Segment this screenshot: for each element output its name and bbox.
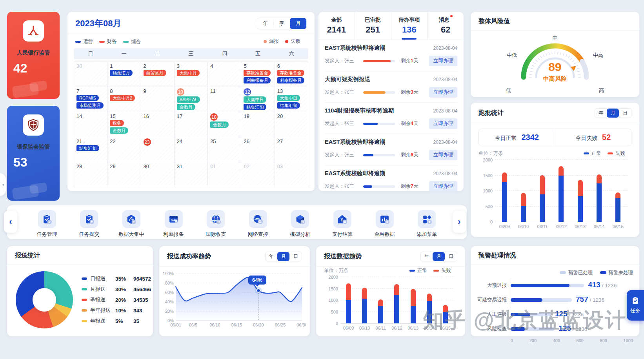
calendar-day-9[interactable]: 9 [141, 87, 174, 112]
calendar-day-20[interactable]: 20 [275, 112, 308, 137]
calendar-day-2[interactable]: 2自贸区月 [141, 62, 174, 87]
bar-06/13[interactable] [411, 289, 416, 323]
calendar-event[interactable]: 存款准备金 [277, 70, 304, 76]
calendar-day-15[interactable]: 15税务金数月 [107, 112, 140, 137]
calendar-day-19[interactable]: 19 [241, 112, 274, 137]
toolbar-item-金融数据[interactable]: ¥金融数据 [367, 210, 402, 238]
calendar-day-14[interactable]: 14 [74, 112, 107, 137]
toggle-option-月[interactable]: 月 [290, 18, 306, 29]
calendar-event[interactable]: SAPE AL [177, 96, 200, 103]
toggle-option-季[interactable]: 季 [273, 18, 290, 29]
calendar-event[interactable]: 自贸区月 [144, 70, 166, 76]
calendar-day-21[interactable]: 21结集汇旬 [74, 137, 107, 162]
floating-task-button[interactable]: 任务 [627, 290, 644, 321]
calendar-event[interactable]: 大集中月2 [110, 95, 135, 101]
bar-06/10[interactable] [521, 193, 526, 222]
toggle-option-日[interactable]: 日 [619, 109, 631, 118]
calendar-event[interactable]: 大集中日 [277, 95, 300, 101]
calendar-event[interactable]: 结集汇旬 [76, 145, 99, 151]
calendar-day-31[interactable]: 31 [175, 162, 207, 187]
toolbar-next-button[interactable]: › [453, 211, 466, 233]
toolbar-item-国际收支[interactable]: 国际收支 [198, 210, 233, 238]
toolbar-item-数据大集中[interactable]: 数据大集中 [114, 210, 149, 238]
bar-06/10[interactable] [362, 288, 367, 323]
calendar-day-03[interactable]: 03 [275, 162, 308, 187]
handle-now-button[interactable]: 立即办理 [429, 87, 457, 98]
calendar-day-24[interactable]: 24 [175, 137, 207, 162]
regulator-card-1[interactable]: 人民银行监管42 [7, 12, 60, 99]
bar-06/14[interactable] [597, 174, 602, 222]
calendar-day-22[interactable]: 22 [107, 137, 140, 162]
calendar-day-8[interactable]: 8大集中月2 [107, 87, 140, 112]
calendar-event[interactable]: 大集中日 [244, 96, 266, 103]
toggle-option-月[interactable]: 月 [277, 252, 289, 261]
calendar-event[interactable]: 金数月 [177, 104, 195, 110]
bar-06/14[interactable] [427, 294, 432, 323]
toolbar-item-模型分析[interactable]: 模型分析 [282, 210, 318, 238]
calendar-day-18[interactable]: 18金数月 [208, 112, 241, 137]
calendar-day-29[interactable]: 29 [107, 162, 140, 187]
calendar-day-12[interactable]: 12大集中日结集汇旬 [241, 87, 274, 112]
handle-now-button[interactable]: 立即办理 [429, 150, 457, 160]
calendar-event[interactable]: 利率报备月 [277, 77, 304, 83]
calendar-day-1[interactable]: 1结集汇月 [107, 62, 140, 87]
handle-now-button[interactable]: 立即办理 [429, 181, 457, 192]
calendar-day-11[interactable]: 11 [208, 87, 241, 112]
calendar-day-7[interactable]: 7RCPMIS市场监测月 [74, 87, 107, 112]
calendar-day-3[interactable]: 3大集中月 [175, 62, 207, 87]
calendar-event[interactable]: 结集汇旬 [277, 102, 300, 109]
bar-06/13[interactable] [578, 180, 583, 222]
bar-06/15[interactable] [615, 192, 620, 222]
calendar-day-17[interactable]: 17 [175, 112, 207, 137]
calendar-event[interactable]: 金数月 [110, 127, 128, 134]
todo-tab-已审批[interactable]: 已审批251 [355, 12, 391, 40]
toggle-option-日[interactable]: 日 [445, 252, 457, 261]
toggle-option-月[interactable]: 月 [607, 109, 619, 118]
bar-06/12[interactable] [558, 166, 564, 222]
bar-06/09[interactable] [346, 283, 351, 323]
calendar-day-28[interactable]: 28 [74, 162, 107, 187]
calendar-day-23[interactable]: 23 [141, 137, 174, 162]
calendar-day-4[interactable]: 4 [208, 62, 241, 87]
calendar-event[interactable]: 结集汇旬 [244, 104, 266, 110]
calendar-day-5[interactable]: 5存款准备金利率报备月 [241, 62, 274, 87]
todo-tab-消息[interactable]: 消息62 [427, 12, 464, 40]
toggle-option-年[interactable]: 年 [257, 18, 273, 29]
toolbar-item-任务管理[interactable]: 任务管理 [29, 210, 65, 238]
handle-now-button[interactable]: 立即办理 [429, 56, 457, 66]
handle-now-button[interactable]: 立即办理 [429, 118, 457, 129]
toggle-option-月[interactable]: 月 [433, 252, 445, 261]
calendar-day-25[interactable]: 25 [208, 137, 241, 162]
bar-06/11[interactable] [378, 299, 383, 323]
bar-06/11[interactable] [540, 175, 545, 222]
calendar-event[interactable]: 金数月 [210, 121, 229, 128]
calendar-day-27[interactable]: 27 [275, 137, 308, 162]
toolbar-item-网络查控[interactable]: 网络查控 [240, 210, 276, 238]
toggle-option-年[interactable]: 年 [421, 252, 433, 261]
calendar-event[interactable]: 税务 [110, 120, 124, 126]
calendar-event[interactable]: 利率报备月 [244, 77, 271, 83]
calendar-event[interactable]: 大集中月 [177, 70, 200, 76]
calendar-event[interactable]: 存款准备金 [244, 70, 271, 76]
calendar-event[interactable]: 市场监测月 [76, 102, 104, 109]
regulator-card-2[interactable]: 银保监会监管53 [7, 106, 60, 201]
bar-06/09[interactable] [502, 172, 507, 222]
bar-06/12[interactable] [394, 284, 399, 323]
toolbar-prev-button[interactable]: ‹ [4, 211, 17, 233]
calendar-event[interactable]: 结集汇月 [110, 70, 133, 76]
bar-06/15[interactable] [443, 305, 448, 323]
toolbar-item-任务提交[interactable]: 任务提交 [71, 210, 107, 238]
calendar-day-01[interactable]: 01 [208, 162, 241, 187]
toggle-option-日[interactable]: 日 [289, 252, 302, 261]
calendar-day-30[interactable]: 30 [141, 162, 174, 187]
toolbar-item-添加菜单[interactable]: 添加菜单 [409, 210, 444, 238]
calendar-day-10[interactable]: 10SAPE AL金数月 [175, 87, 207, 112]
calendar-day-26[interactable]: 26 [241, 137, 274, 162]
calendar-day-02[interactable]: 02 [241, 162, 274, 187]
calendar-day-6[interactable]: 6存款准备金利率报备月 [275, 62, 308, 87]
toolbar-item-利率报备[interactable]: %=利率报备 [156, 210, 191, 238]
collapse-edge-tab[interactable]: ◄ [0, 173, 6, 196]
toggle-option-年[interactable]: 年 [266, 252, 277, 261]
todo-tab-待办事项[interactable]: 待办事项136 [391, 12, 428, 40]
calendar-day-30[interactable]: 30 [74, 62, 107, 87]
